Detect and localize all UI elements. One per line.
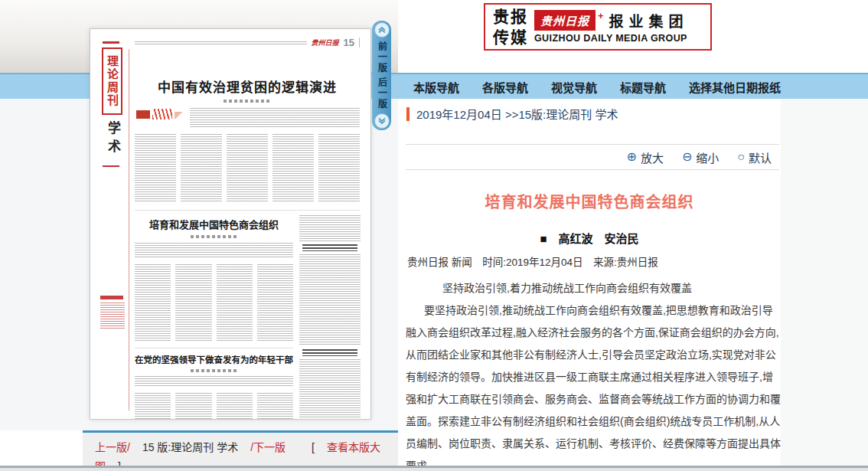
zoom-out-label: 缩小 [696,149,719,165]
logo-english-name: GUIZHOU DAILY MEDIA GROUP [534,33,689,44]
nav-item-visual[interactable]: 视觉导航 [551,79,597,95]
article-body: 坚持政治引领,着力推动统战工作向商会组织有效覆盖 要坚持政治引领,推动统战工作向… [406,277,782,471]
article-title: 培育和发展中国特色商会组织 [398,190,781,212]
nav-item-this-page[interactable]: 本版导航 [413,79,459,95]
next-page-button[interactable]: 后一版 [377,77,387,110]
side-pager: 前一版 后一版 [372,21,391,130]
zoom-in-button[interactable]: ⊕ 放大 [626,149,663,165]
page-date-microtext [135,41,307,44]
section-divider-2 [135,348,293,348]
thumb-columns-3 [135,393,293,420]
previous-edition-link[interactable]: 上一版/ [95,441,130,453]
page-content: 中国有效治理贫困的逻辑演进 培育和发展中国特色商会组织 [135,55,360,420]
zoom-in-label: 放大 [641,149,664,165]
article-meta: 贵州日报 新闻 时间:2019年12月04日 来源:贵州日报 [407,253,658,269]
nav-item-headlines[interactable]: 标题导航 [620,79,666,95]
logo-abbr: 贵报 传媒 [493,6,528,47]
nav-item-all-pages[interactable]: 各版导航 [482,79,528,95]
masthead-title: 理论周刊 [102,47,122,115]
next-page-icon[interactable] [374,113,390,129]
thumb-intro-1 [190,108,360,128]
right-margin-background [781,99,868,471]
page-divider-rule [129,49,129,410]
thumb-headline-bottom: 在党的坚强领导下做奋发有为的年轻干部 [135,353,293,365]
current-edition-label: 15 版:理论周刊 学术 [142,441,238,453]
thumb-columns-2 [135,264,293,341]
masthead-section: 学术 [103,121,122,158]
logo-abbr-top: 贵报 [493,6,528,27]
thumb-editor-note [100,296,126,330]
thumb-byline-2 [191,235,238,238]
newspaper-reader-page: 贵报 传媒 贵州日报 + 报业集团 GUIZHOU DAILY MEDIA GR… [0,0,868,471]
breadcrumb: 2019年12月04日 >>15版:理论周刊 学术 [406,106,618,122]
logo-right: 贵州日报 + 报业集团 GUIZHOU DAILY MEDIA GROUP [534,10,689,44]
article-authors: ■ 高红波 安治民 [398,230,781,246]
thumb-right-column [299,215,361,420]
thumb-byline-3 [191,369,238,372]
top-navigation: 本版导航 各版导航 视觉导航 标题导航 选择其他日期报纸 [413,74,781,99]
thumb-intro-2 [135,243,293,258]
zoom-in-icon: ⊕ [626,151,636,163]
nav-item-choose-date[interactable]: 选择其他日期报纸 [689,79,781,95]
thumb-columns-1 [135,134,360,203]
logo-plus-mark: + [598,10,604,21]
logo-group-name: 报业集团 [609,10,689,31]
page-info-strip: 贵州日报 15 [135,37,360,48]
page-number-divider [359,38,360,47]
thumb-byline-1 [224,100,271,103]
paper-logo-small: 贵州日报 [312,38,339,47]
zoom-reset-icon: ○ [737,151,745,163]
column-stamp-graphic [135,108,184,122]
newspaper-page-thumbnail[interactable]: 理论周刊 学术 贵州日报 15 中国有效治理贫困的逻辑演进 [90,28,371,420]
thumb-headline-top: 中国有效治理贫困的逻辑演进 [135,77,360,96]
article-paragraph: 坚持政治引领,着力推动统战工作向商会组织有效覆盖 [406,277,782,299]
zoom-toolbar: ⊕ 放大 ⊖ 缩小 ○ 默认 [406,144,779,170]
zoom-out-button[interactable]: ⊖ 缩小 [682,149,719,165]
next-edition-link[interactable]: /下一版 [250,441,286,453]
window-bottom-edge [0,466,868,471]
previous-page-button[interactable]: 前一版 [377,41,387,74]
previous-page-icon[interactable] [374,22,390,38]
page-number: 15 [344,37,354,48]
breadcrumb-accent-bar [406,107,410,121]
thumb-headline-middle: 培育和发展中国特色商会组织 [135,217,293,231]
bracket-open: [ [312,441,315,453]
masthead-tick-bottom [103,165,119,167]
masthead-tick [103,41,119,44]
section-divider [135,210,360,211]
article-paragraph: 要坚持政治引领,推动统战工作向商会组织有效覆盖,把思想教育和政治引导融入商会组织… [406,299,782,471]
thumb-intro-3 [135,376,293,387]
breadcrumb-text: 2019年12月04日 >>15版:理论周刊 学术 [416,106,618,122]
logo-paper-name: 贵州日报 [534,10,596,31]
guizhou-daily-media-group-logo: 贵报 传媒 贵州日报 + 报业集团 GUIZHOU DAILY MEDIA GR… [484,3,712,51]
zoom-reset-label: 默认 [749,149,772,165]
zoom-reset-button[interactable]: ○ 默认 [737,149,772,165]
zoom-out-icon: ⊖ [682,151,692,163]
logo-abbr-bottom: 传媒 [493,27,528,47]
